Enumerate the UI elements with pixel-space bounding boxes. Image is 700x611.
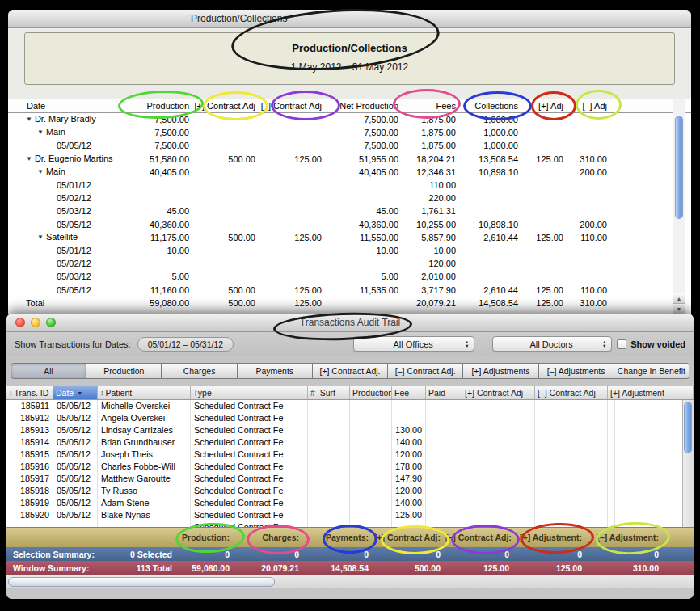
- audit-column-label: Fee: [394, 388, 409, 398]
- report-cell: 500.00: [192, 284, 259, 297]
- report-row[interactable]: 05/05/1211,160.00500.00125.0011,535.003,…: [8, 283, 691, 296]
- report-row[interactable]: ▼Dr. Mary Bradly7,500.007,500.001,875.00…: [8, 113, 691, 126]
- transaction-row[interactable]: Scheduled Contract Fe: [6, 521, 694, 527]
- report-row[interactable]: ▼Main7,500.007,500.001,875.001,000.00: [8, 126, 691, 139]
- tab-contract-adj[interactable]: [–] Contract Adj.: [388, 363, 463, 379]
- dates-label: Show Transactions for Dates:: [15, 339, 131, 349]
- summary-column-value: Payments:: [302, 533, 371, 542]
- scrollbar-thumb[interactable]: [8, 577, 275, 587]
- report-column-header-contract-adj[interactable]: [+] Contract Adj: [192, 99, 259, 112]
- audit-window-titlebar[interactable]: Transactions Audit Trail: [6, 314, 694, 332]
- transaction-row[interactable]: 18591305/05/12Lindsay CarrizalesSchedule…: [6, 424, 694, 436]
- report-column-header-adj[interactable]: [–] Adj: [567, 99, 610, 112]
- show-voided-checkbox[interactable]: [617, 339, 626, 349]
- report-column-header-production[interactable]: Production: [136, 99, 192, 112]
- audit-cell: 140.00: [392, 436, 426, 449]
- tab-all[interactable]: All: [11, 363, 86, 379]
- disclosure-triangle-icon[interactable]: ▼: [37, 231, 44, 244]
- report-row-label-text: 05/01/12: [57, 246, 91, 255]
- audit-cell: [608, 473, 615, 485]
- tab-adjustments[interactable]: [+] Adjustments: [463, 363, 538, 379]
- report-header-box: Production/Collections 1 May 2012 – 31 M…: [24, 32, 675, 85]
- report-column-header-fees[interactable]: Fees: [402, 99, 459, 112]
- audit-cell: [462, 461, 535, 473]
- doctors-select[interactable]: All Doctors ▲▼: [492, 336, 612, 352]
- report-column-header-date[interactable]: Date: [19, 99, 136, 112]
- transaction-row[interactable]: 18591105/05/12Michelle OverskeiScheduled…: [6, 400, 694, 412]
- report-row[interactable]: 05/05/1240,360.0040,360.0010,255.0010,89…: [8, 218, 691, 231]
- scroll-down-arrow-icon[interactable]: ▼: [673, 303, 685, 314]
- transaction-row[interactable]: 18591405/05/12Brian GrundhauserScheduled…: [6, 436, 694, 449]
- audit-column-header-patient[interactable]: ↕Patient: [98, 386, 191, 399]
- transaction-row[interactable]: 18591505/05/12Joseph TheisScheduled Cont…: [6, 449, 694, 461]
- transaction-row[interactable]: 18592005/05/12Blake NynasScheduled Contr…: [6, 509, 694, 521]
- audit-cell: 05/05/12: [53, 497, 98, 509]
- audit-column-label: [+] Contract Adj: [465, 388, 523, 398]
- audit-vertical-scrollbar[interactable]: [682, 400, 694, 527]
- report-column-header-collections[interactable]: Collections: [459, 99, 521, 112]
- transaction-row[interactable]: 18591605/05/12Charles Fobbe-WillSchedule…: [6, 461, 694, 473]
- report-row[interactable]: ▼Main40,405.0040,405.0012,346.3110,898.1…: [8, 166, 691, 179]
- report-cell: 200.00: [567, 166, 610, 179]
- audit-column-label: Production: [352, 388, 392, 398]
- report-row[interactable]: Total59,080.00500.00125.0020,079.2114,50…: [8, 297, 691, 310]
- tab-contract-adj[interactable]: [+] Contract Adj.: [313, 363, 388, 379]
- report-row[interactable]: 05/03/125.005.002,010.00: [8, 270, 691, 283]
- report-row[interactable]: 05/01/1210.0010.0010.00: [8, 244, 691, 257]
- window-summary-label: Window Summary:: [6, 563, 112, 573]
- report-row[interactable]: ▼Dr. Eugenio Martins51,580.00500.00125.0…: [8, 153, 691, 166]
- audit-column-header-adjustment[interactable]: [+] Adjustment: [608, 386, 694, 399]
- transaction-row[interactable]: 18591205/05/12Angela OverskeiScheduled C…: [6, 412, 694, 424]
- transaction-row[interactable]: 18591805/05/12Ty RussoScheduled Contract…: [6, 485, 694, 497]
- audit-column-header-type[interactable]: Type: [191, 386, 308, 399]
- audit-column-header-paid[interactable]: Paid: [426, 386, 462, 399]
- sort-icon: ↕: [100, 389, 104, 397]
- audit-cell: [535, 485, 608, 497]
- summary-column-value: Production:: [175, 533, 232, 542]
- date-range-field[interactable]: 05/01/12 – 05/31/12: [137, 337, 234, 352]
- audit-horizontal-scrollbar[interactable]: [6, 575, 694, 588]
- close-button[interactable]: [15, 318, 25, 327]
- report-window-titlebar[interactable]: Production/Collections: [8, 10, 691, 28]
- report-column-header-net-production[interactable]: Net Production: [325, 99, 402, 112]
- tab-charges[interactable]: Charges: [162, 363, 237, 379]
- report-row[interactable]: 05/05/127,500.007,500.001,875.001,000.00: [8, 139, 691, 152]
- audit-cell: [308, 497, 350, 509]
- report-row[interactable]: 05/02/12220.00: [8, 192, 691, 204]
- scroll-up-arrow-icon[interactable]: ▲: [673, 293, 685, 303]
- report-vertical-scrollbar[interactable]: ▲ ▼: [673, 99, 685, 314]
- tab-adjustments[interactable]: [–] Adjustments: [539, 363, 614, 379]
- report-cell: 120.00: [402, 257, 459, 270]
- report-column-header-contract-adj[interactable]: [–] Contract Adj: [259, 99, 325, 112]
- report-row[interactable]: 05/01/12110.00: [8, 179, 691, 192]
- disclosure-triangle-icon[interactable]: ▼: [26, 153, 32, 166]
- audit-column-header-contract-adj[interactable]: [–] Contract Adj: [535, 386, 608, 399]
- disclosure-triangle-icon[interactable]: ▼: [37, 166, 44, 179]
- report-row[interactable]: 05/03/1245.0045.001,761.31: [8, 204, 691, 217]
- transaction-row[interactable]: 18591705/05/12Matthew GaroutteScheduled …: [6, 473, 694, 485]
- report-column-header-adj[interactable]: [+] Adj: [521, 99, 567, 112]
- report-row[interactable]: 05/02/12120.00: [8, 257, 691, 270]
- report-row-label: 05/05/12: [19, 284, 136, 297]
- scrollbar-thumb[interactable]: [684, 402, 692, 453]
- tab-payments[interactable]: Payments: [238, 363, 313, 379]
- audit-column-header-trans-id[interactable]: ↕Trans. ID: [6, 386, 53, 399]
- report-row-label: ▼Main: [19, 165, 136, 179]
- tab-production[interactable]: Production: [86, 363, 162, 379]
- transaction-row[interactable]: 18591905/05/12Adam SteneScheduled Contra…: [6, 497, 694, 509]
- audit-column-header-production[interactable]: Production: [350, 386, 392, 399]
- audit-cell: [308, 400, 350, 412]
- disclosure-triangle-icon[interactable]: ▼: [37, 126, 44, 139]
- audit-column-header-date[interactable]: Date▼: [53, 386, 98, 399]
- tab-change-in-benefit[interactable]: Change In Benefit: [614, 363, 689, 379]
- audit-column-header-contract-adj[interactable]: [+] Contract Adj: [462, 386, 535, 399]
- summary-column-value: [–] Adjustment:: [584, 533, 661, 542]
- audit-column-header-fee[interactable]: Fee: [392, 386, 426, 399]
- report-row[interactable]: ▼Satellite11,175.00500.00125.0011,550.00…: [8, 231, 691, 244]
- scrollbar-thumb[interactable]: [675, 116, 683, 219]
- offices-select[interactable]: All Offices ▲▼: [353, 336, 474, 352]
- zoom-button[interactable]: [46, 318, 56, 327]
- disclosure-triangle-icon[interactable]: ▼: [26, 113, 32, 126]
- minimize-button[interactable]: [31, 318, 40, 327]
- audit-column-header-surf[interactable]: #–Surf: [308, 386, 350, 399]
